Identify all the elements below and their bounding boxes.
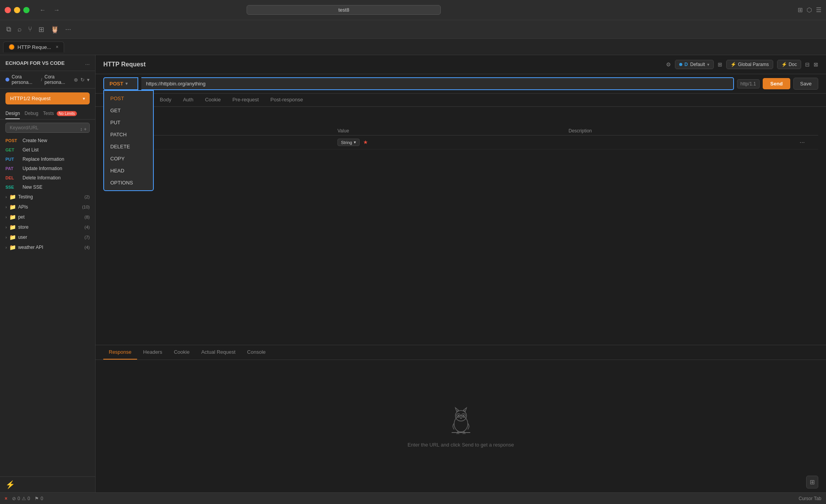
folder-icon-apis: 📁 [9, 204, 16, 210]
method-btn-chevron: ▾ [125, 81, 128, 86]
folder-count-user: (7) [85, 235, 90, 240]
resp-tab-console[interactable]: Console [242, 345, 271, 360]
url-bar: POST ▾ POST GET PUT PATCH DELETE COPY HE… [96, 74, 826, 94]
item-name-delete: Delete Information [23, 175, 90, 181]
split-editor-icon[interactable]: ⊞ [798, 6, 803, 14]
method-dropdown-button[interactable]: POST ▾ [103, 77, 138, 90]
expand-icon[interactable]: ⊠ [814, 61, 818, 68]
folder-item-user[interactable]: › 📁 user (7) [0, 232, 95, 242]
tab-prerequest[interactable]: Pre-request [227, 94, 264, 106]
sidebar-title: ECHOAPI FOR VS CODE [5, 60, 64, 66]
warning-count: 0 [28, 496, 30, 501]
settings-icon-header[interactable]: ⚙ [666, 61, 671, 68]
sidebar-search-input[interactable] [5, 123, 90, 133]
env-chevron: ▾ [707, 62, 709, 67]
request-header-right: ⚙ D Default ▾ ⊞ ⚡ Global Params ⚡ Doc ⊟ … [666, 60, 818, 69]
list-item[interactable]: PAT Update Information [0, 164, 95, 173]
more-icon[interactable]: ··· [65, 25, 71, 33]
expand-panel-button[interactable]: ⊞ [806, 476, 818, 488]
method-menu-item-head[interactable]: HEAD [104, 165, 153, 177]
copy-icon[interactable]: ⧉ [6, 25, 11, 33]
doc-button[interactable]: ⚡ Doc [777, 60, 801, 69]
resp-tab-headers[interactable]: Headers [138, 345, 168, 360]
params-table: Value Description String ▾ ★ ··· [103, 127, 818, 149]
params-more-button[interactable]: ··· [800, 139, 815, 146]
save-button[interactable]: Save [793, 78, 818, 90]
list-item[interactable]: GET Get List [0, 145, 95, 155]
request-type-button[interactable]: HTTP1/2 Request ▾ [5, 92, 90, 104]
folder-count-apis: (10) [82, 205, 90, 209]
list-item[interactable]: POST Create New [0, 136, 95, 145]
resp-tab-actual-request[interactable]: Actual Request [196, 345, 241, 360]
minimize-traffic-light[interactable] [14, 7, 20, 13]
folder-count-store: (4) [85, 225, 90, 229]
param-type-label: String [341, 140, 352, 145]
env-label: D [685, 62, 688, 67]
send-button[interactable]: Send [763, 78, 791, 89]
tab-auth[interactable]: Auth [177, 94, 199, 106]
resp-tab-response[interactable]: Response [103, 345, 137, 360]
method-menu-item-put[interactable]: PUT [104, 116, 153, 129]
layout-icon[interactable]: ⬡ [807, 6, 812, 14]
list-item[interactable]: PUT Replace Information [0, 155, 95, 164]
method-menu-item-post[interactable]: POST [104, 92, 153, 104]
owl-icon[interactable]: 🦉 [50, 25, 59, 34]
folder-chevron-testing: › [5, 195, 7, 199]
param-value: String ▾ ★ [337, 139, 569, 146]
grid-icon[interactable]: ⊞ [38, 25, 44, 34]
tab-close-button[interactable]: × [56, 44, 58, 50]
back-button[interactable]: ← [37, 6, 48, 14]
folder-item-weather[interactable]: › 📁 weather API (4) [0, 242, 95, 252]
tab-body[interactable]: Body [155, 94, 177, 106]
split-icon[interactable]: ⊟ [805, 61, 810, 68]
folder-item-store[interactable]: › 📁 store (4) [0, 222, 95, 232]
resp-tab-cookie[interactable]: Cookie [169, 345, 195, 360]
folder-count-testing: (2) [85, 195, 90, 199]
tab-cookie[interactable]: Cookie [200, 94, 226, 106]
sidebar-add-icon[interactable]: + [84, 127, 87, 132]
http-request-tab[interactable]: 🟠 HTTP Reque... × [3, 42, 64, 52]
maximize-traffic-light[interactable] [23, 7, 30, 13]
method-menu-item-copy[interactable]: COPY [104, 153, 153, 165]
workspace-icon-chevron[interactable]: ▾ [87, 77, 90, 83]
global-params-button[interactable]: ⚡ Global Params [726, 60, 773, 69]
method-dropdown: POST ▾ POST GET PUT PATCH DELETE COPY HE… [103, 77, 138, 90]
status-items2: ⚑ 0 [35, 496, 43, 501]
folder-item-pet[interactable]: › 📁 pet (8) [0, 212, 95, 222]
list-item[interactable]: DEL Delete Information [0, 173, 95, 182]
url-input[interactable] [141, 77, 734, 90]
sidebar-bottom-icon[interactable]: ⚡ [5, 480, 15, 489]
workspace-sep: / [41, 77, 42, 82]
folder-name-store: store [18, 224, 82, 230]
method-menu-item-get[interactable]: GET [104, 104, 153, 116]
workspace-selector[interactable]: Cora persona... / Cora persona... ⊕ ↻ ▾ [0, 71, 95, 89]
workspace-icon-refresh[interactable]: ↻ [80, 77, 85, 83]
method-menu-item-options[interactable]: OPTIONS [104, 177, 153, 189]
folder-item-apis[interactable]: › 📁 APIs (10) [0, 202, 95, 212]
titlebar-search-input[interactable] [247, 5, 441, 15]
search-icon[interactable]: ⌕ [17, 25, 22, 33]
workspace-icon-add[interactable]: ⊕ [74, 77, 78, 83]
method-menu-item-delete[interactable]: DELETE [104, 141, 153, 153]
git-icon[interactable]: ⑂ [28, 25, 32, 33]
folder-item-testing[interactable]: › 📁 Testing (2) [0, 192, 95, 202]
folder-count-weather: (4) [85, 245, 90, 250]
sidebar-tab-design[interactable]: Design [5, 108, 20, 119]
svg-marker-3 [463, 408, 466, 412]
settings-icon[interactable]: ☰ [816, 6, 821, 14]
close-traffic-light[interactable] [5, 7, 11, 13]
tab-icon: 🟠 [9, 44, 14, 50]
method-menu-item-patch[interactable]: PATCH [104, 129, 153, 141]
param-type-badge[interactable]: String ▾ [337, 139, 360, 146]
sidebar-sort-icon[interactable]: ↕ [80, 127, 82, 132]
forward-button[interactable]: → [51, 6, 62, 14]
list-item[interactable]: SSE New SSE [0, 182, 95, 192]
svg-point-7 [463, 415, 464, 416]
sidebar-more-icon[interactable]: ... [85, 60, 90, 66]
sidebar-tab-tests[interactable]: Tests No Limits [43, 108, 77, 119]
tab-postresponse[interactable]: Post-response [265, 94, 308, 106]
sidebar-tab-debug[interactable]: Debug [24, 108, 38, 119]
grid-icon-header[interactable]: ⊞ [718, 61, 722, 68]
param-type-chevron: ▾ [354, 140, 356, 145]
env-selector[interactable]: D Default ▾ [675, 60, 714, 69]
